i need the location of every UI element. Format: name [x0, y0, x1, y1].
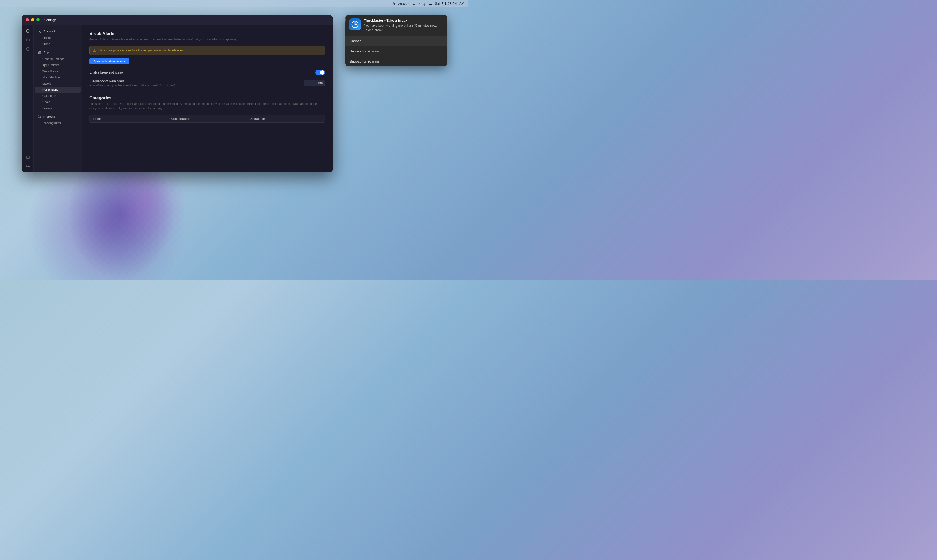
timer-icon: ⏱ — [392, 2, 395, 6]
sidebar-app-title: App — [43, 51, 49, 54]
notification-popup: × TimeMaster - Take a break You have bee… — [345, 15, 447, 66]
sidebar-item-notifications[interactable]: Notifications — [35, 87, 80, 92]
sidebar-account-section: Account Profile Billing — [34, 27, 82, 48]
menu-bar: ⏱ 2h 48m ▲ ⌕ ◎ ▬ Sat, Feb 28 9:41 AM — [0, 0, 468, 8]
sidebar-item-app-updates[interactable]: App Updates — [35, 62, 80, 68]
snooze-button[interactable]: Snooze — [345, 36, 447, 46]
categories-title: Categories — [90, 96, 325, 100]
sidebar-item-profile[interactable]: Profile — [35, 35, 80, 41]
menu-date: Sat, Feb 28 9:41 AM — [435, 2, 464, 6]
sidebar-account-title: Account — [43, 30, 55, 33]
collaboration-column-header: Collaboration — [168, 115, 247, 123]
sidebar-app-header: App — [34, 49, 82, 55]
categories-grid: Focus Collaboration Distraction — [90, 115, 325, 123]
window-titlebar: Settings — [22, 15, 332, 25]
search-icon: ⌕ — [418, 2, 421, 6]
svg-point-4 — [39, 30, 40, 32]
open-notification-settings-button[interactable]: Open notification settings — [90, 58, 129, 65]
focus-column-header: Focus — [90, 115, 168, 123]
warning-icon: ⚠ — [93, 48, 96, 52]
enable-break-toggle[interactable] — [315, 70, 325, 75]
icon-sidebar-folder[interactable] — [23, 35, 32, 44]
sidebar-app-section: App General Settings App Updates Work Ho… — [34, 48, 82, 112]
notification-close-button[interactable]: × — [345, 17, 346, 22]
sidebar-item-categories[interactable]: Categories — [35, 93, 80, 99]
settings-sidebar: Account Profile Billing — [34, 25, 82, 172]
sidebar-item-labels[interactable]: Labels — [35, 80, 80, 86]
sidebar-projects-title: Projects — [43, 115, 55, 118]
minimize-traffic-light[interactable] — [31, 18, 34, 22]
window-title: Settings — [44, 18, 57, 22]
break-alerts-section: Break Alerts Get reminders to take a bre… — [90, 31, 325, 87]
sidebar-projects-header: Projects — [34, 113, 82, 120]
sidebar-item-privacy[interactable]: Privacy — [35, 105, 80, 111]
sidebar-item-idle[interactable]: Idle detection — [35, 74, 80, 80]
close-traffic-light[interactable] — [26, 18, 29, 22]
notification-body: You have been working more than 45 minut… — [364, 23, 443, 32]
svg-rect-5 — [38, 51, 39, 52]
projects-icon — [37, 115, 41, 118]
categories-section: Categories The scores for Focus, Distrac… — [90, 96, 325, 123]
icon-sidebar-settings[interactable] — [23, 162, 32, 171]
enable-break-label: Enable break notification — [90, 71, 125, 74]
sidebar-item-billing[interactable]: Billing — [35, 41, 80, 47]
frequency-input[interactable] — [304, 80, 325, 86]
frequency-row: Frequency of Reminders How often would y… — [90, 79, 325, 87]
frequency-label-group: Frequency of Reminders How often would y… — [90, 79, 175, 87]
snooze-30-button[interactable]: Snooze for 30 mins — [345, 57, 447, 66]
break-alerts-desc: Get reminders to take a break when you n… — [90, 37, 325, 42]
svg-rect-7 — [38, 53, 39, 54]
notification-text: TimeMaster - Take a break You have been … — [364, 18, 443, 32]
break-alerts-title: Break Alerts — [90, 31, 325, 36]
warning-text: Make sure you've enabled notification pe… — [98, 49, 184, 52]
app-window: Settings — [22, 15, 332, 172]
account-icon — [37, 29, 41, 33]
menu-bar-right: ⏱ 2h 48m ▲ ⌕ ◎ ▬ Sat, Feb 28 9:41 AM — [392, 2, 464, 6]
svg-rect-8 — [40, 53, 41, 54]
window-body: Account Profile Billing — [22, 25, 332, 172]
categories-desc: The scores for Focus, Distraction, and C… — [90, 102, 325, 111]
sidebar-item-tracking-rules[interactable]: Tracking rules — [35, 120, 80, 126]
timer-value: 2h 48m — [398, 2, 409, 6]
app-icon — [37, 51, 41, 54]
sidebar-projects-section: Projects Tracking rules — [34, 112, 82, 127]
snooze-20-button[interactable]: Snooze for 20 mins — [345, 46, 447, 57]
display-icon: ▬ — [429, 2, 432, 6]
distraction-column-header: Distraction — [246, 115, 325, 123]
sidebar-account-header: Account — [34, 28, 82, 34]
notification-actions: Snooze Snooze for 20 mins Snooze for 30 … — [345, 36, 447, 66]
icon-sidebar-timer[interactable] — [23, 26, 32, 35]
notification-app-icon — [349, 18, 361, 30]
notification-warning-banner: ⚠ Make sure you've enabled notification … — [90, 46, 325, 55]
icon-sidebar — [22, 25, 34, 172]
traffic-lights — [26, 18, 40, 22]
shield-icon: ◎ — [423, 2, 426, 6]
icon-sidebar-chat[interactable] — [23, 153, 32, 162]
sidebar-item-goals[interactable]: Goals — [35, 99, 80, 105]
icon-sidebar-clock[interactable] — [23, 45, 32, 53]
main-content-area: Break Alerts Get reminders to take a bre… — [82, 25, 332, 172]
maximize-traffic-light[interactable] — [36, 18, 40, 22]
notification-header: × TimeMaster - Take a break You have bee… — [345, 15, 447, 36]
sidebar-item-work-hours[interactable]: Work Hours — [35, 68, 80, 74]
svg-rect-6 — [40, 51, 41, 52]
notification-title: TimeMaster - Take a break — [364, 18, 443, 23]
wifi-icon: ▲ — [412, 2, 416, 6]
enable-break-notification-row: Enable break notification — [90, 70, 325, 75]
svg-point-3 — [27, 166, 28, 168]
sidebar-item-general[interactable]: General Settings — [35, 56, 80, 62]
